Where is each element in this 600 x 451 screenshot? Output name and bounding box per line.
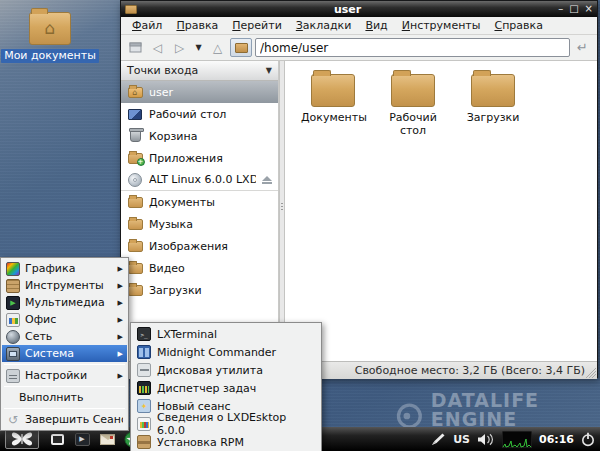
mail-launcher[interactable] (97, 429, 117, 449)
menu-item-logout[interactable]: ↺ Завершить Сеанс (2, 411, 127, 428)
graphics-icon (6, 262, 20, 276)
cdrom-icon (128, 173, 142, 187)
submenu-item-lxterminal[interactable]: >_ LXTerminal (132, 325, 320, 343)
menu-separator (4, 408, 125, 409)
system-monitor-icon (6, 347, 20, 361)
address-bar-input[interactable] (255, 38, 570, 57)
back-button[interactable]: ◁ (148, 38, 167, 57)
history-dropdown-button[interactable]: ▼ (192, 38, 205, 57)
menubar: Файл Правка Перейти Закладки Вид Инструм… (121, 17, 597, 35)
menu-tools[interactable]: Инструменты (395, 17, 488, 34)
free-space-status: Свободное место: 3,2 ГБ (Всего: 3,4 ГБ) (355, 364, 585, 377)
up-arrow-icon: △ (213, 42, 222, 54)
about-info-icon (137, 417, 151, 431)
home-button[interactable] (230, 38, 252, 57)
submenu-item-disk-utility[interactable]: Дисковая утилита (132, 361, 320, 379)
home-icon: ⌂ (128, 87, 143, 98)
sidebar-item-music[interactable]: Музыка (121, 213, 278, 235)
menu-help[interactable]: Справка (487, 17, 549, 34)
start-menu-button[interactable] (5, 429, 39, 449)
menu-view[interactable]: Вид (358, 17, 394, 34)
menu-item-office[interactable]: Офис ▶ (2, 311, 127, 328)
network-globe-icon (6, 330, 20, 344)
sidebar-item-trash[interactable]: Корзина (121, 125, 278, 147)
submenu-item-midnight-commander[interactable]: Midnight Commander (132, 343, 320, 361)
menu-item-multimedia[interactable]: ▶ Мультимедиа ▶ (2, 294, 127, 311)
submenu-arrow-icon: ▶ (118, 350, 123, 358)
power-button-icon[interactable] (581, 432, 595, 447)
sidebar-item-documents[interactable]: Документы (121, 191, 278, 213)
sidebar-item-video[interactable]: Видео (121, 257, 278, 279)
sidebar-item-altlinux-cd[interactable]: ALT Linux 6.0.0 LXDE... (121, 169, 278, 191)
sidebar-item-desktop[interactable]: Рабочий стол (121, 103, 278, 125)
menu-item-system[interactable]: Система ▶ (2, 345, 127, 362)
file-item-documents[interactable]: Документы (295, 69, 371, 125)
folder-icon (128, 263, 143, 274)
menu-item-network[interactable]: Сеть ▶ (2, 328, 127, 345)
menu-separator (4, 386, 125, 387)
maximize-button[interactable]: □ (569, 4, 578, 14)
cpu-monitor-graph[interactable] (502, 431, 532, 448)
keyboard-layout-indicator[interactable]: US (453, 433, 470, 446)
sidebar-item-applications[interactable]: + Приложения (121, 147, 278, 169)
file-item-desktop[interactable]: Рабочий стол (375, 69, 451, 137)
places-header[interactable]: Точки входа ▼ (121, 61, 278, 81)
start-menu: Графика ▶ Инструменты ▶ ▶ Мультимедиа ▶ … (0, 257, 129, 431)
chevron-down-icon: ▼ (195, 44, 201, 52)
system-submenu: >_ LXTerminal Midnight Commander Дискова… (130, 322, 322, 451)
desktop-icon-my-documents[interactable]: ⌂ Мои документы (8, 6, 92, 63)
trash-icon (130, 130, 141, 142)
titlebar[interactable]: user – □ × (121, 1, 597, 17)
rpm-package-icon (137, 435, 151, 449)
menu-edit[interactable]: Правка (169, 17, 225, 34)
up-button[interactable]: △ (208, 38, 227, 57)
minimize-button[interactable]: – (558, 4, 563, 14)
submenu-arrow-icon: ▶ (118, 282, 123, 290)
disk-utility-icon (137, 363, 151, 377)
menu-item-graphics[interactable]: Графика ▶ (2, 260, 127, 277)
stylus-tool-icon[interactable] (430, 432, 446, 447)
desktop-icon (128, 109, 142, 120)
toolbox-icon (6, 279, 20, 293)
submenu-arrow-icon: ▶ (118, 333, 123, 341)
file-item-downloads[interactable]: Загрузки (455, 69, 531, 125)
file-list-pane[interactable]: Документы Рабочий стол Загрузки (285, 61, 597, 361)
sidebar-item-pictures[interactable]: Изображения (121, 235, 278, 257)
sidebar-item-downloads[interactable]: Загрузки (121, 279, 278, 301)
logout-icon: ↺ (6, 413, 20, 427)
menu-file[interactable]: Файл (125, 17, 169, 34)
home-icon: ⌂ (45, 20, 56, 37)
sidebar-item-user[interactable]: ⌂ user (121, 81, 278, 103)
submenu-arrow-icon: ▶ (118, 299, 123, 307)
plus-badge-icon: + (137, 158, 145, 166)
window-app-icon (125, 5, 137, 14)
pane-splitter[interactable] (279, 61, 285, 361)
eject-icon[interactable] (262, 176, 272, 184)
menu-go[interactable]: Перейти (225, 17, 289, 34)
forward-button[interactable]: ▷ (170, 38, 189, 57)
menu-item-tools[interactable]: Инструменты ▶ (2, 277, 127, 294)
toolbar: ◁ ▷ ▼ △ ↵ (121, 35, 597, 61)
places-header-label: Точки входа (127, 64, 266, 77)
watermark-title: DATALIFE ENGINE (431, 391, 600, 429)
terminal-icon: >_ (137, 327, 151, 341)
show-desktop-button[interactable] (47, 429, 67, 449)
menu-bookmarks[interactable]: Закладки (289, 17, 359, 34)
home-folder-icon (235, 43, 248, 53)
menu-item-run[interactable]: Выполнить (2, 389, 127, 406)
go-button[interactable]: ↵ (573, 38, 592, 57)
submenu-item-task-manager[interactable]: Диспетчер задач (132, 379, 320, 397)
folder-icon (311, 74, 355, 107)
new-tab-button[interactable] (126, 38, 145, 57)
submenu-item-about-lxdesktop[interactable]: Сведения о LXDEsktop 6.0.0 (132, 415, 320, 433)
volume-speaker-icon[interactable] (477, 433, 495, 446)
new-session-icon: ✦ (137, 399, 151, 413)
folder-icon (128, 197, 143, 208)
menu-separator (4, 364, 125, 365)
back-icon: ◁ (153, 42, 162, 54)
resize-grip[interactable] (586, 368, 596, 378)
menu-item-settings[interactable]: Настройки ▶ (2, 367, 127, 384)
close-button[interactable]: × (585, 4, 593, 14)
clock[interactable]: 06:16 (539, 433, 574, 446)
media-player-launcher[interactable]: ▶ (72, 429, 92, 449)
